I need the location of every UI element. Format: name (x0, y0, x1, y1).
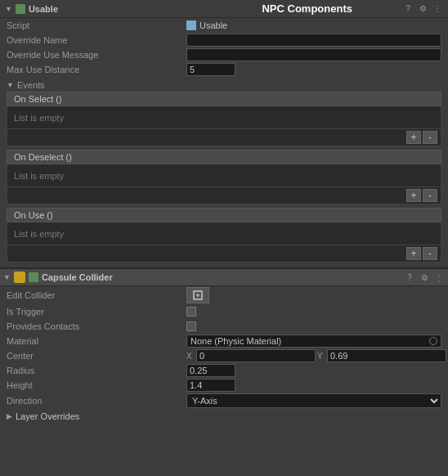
center-xyz-group: X Y Z (186, 349, 448, 362)
override-use-message-label: Override Use Message (7, 50, 186, 60)
y-label: Y (317, 352, 325, 361)
override-name-row: Override Name (0, 33, 448, 47)
on-select-group: On Select () List is empty + - (7, 92, 441, 146)
top-header: ▼ Usable NPC Components ? ⚙ ⋮ (0, 0, 448, 18)
collider-icon (14, 272, 25, 283)
script-icon (186, 20, 196, 30)
on-use-controls: + - (7, 245, 441, 263)
settings-icon[interactable]: ⚙ (417, 3, 428, 15)
collider-header-icons: ? ⚙ ⋮ (404, 272, 445, 283)
material-row: Material None (Physic Material) (0, 334, 448, 348)
on-deselect-controls: + - (7, 187, 441, 204)
usable-toggle-arrow[interactable]: ▼ (5, 5, 12, 13)
on-use-header: On Use () (7, 208, 441, 222)
center-row: Center X Y Z (0, 348, 448, 363)
on-select-controls: + - (7, 129, 441, 146)
script-value-text: Usable (199, 20, 227, 30)
on-deselect-empty: List is empty (7, 164, 441, 187)
height-label: Height (7, 380, 186, 390)
capsule-collider-section: ▼ Capsule Collider ? ⚙ ⋮ Edit Collider I… (0, 268, 448, 424)
on-select-minus-btn[interactable]: - (423, 131, 437, 144)
on-use-minus-btn[interactable]: - (423, 247, 437, 260)
override-use-message-row: Override Use Message (0, 47, 448, 62)
usable-section: Script Usable Override Name Override Use… (0, 18, 448, 268)
layer-overrides-label: Layer Overrides (16, 411, 79, 421)
direction-label: Direction (7, 396, 186, 406)
is-trigger-label: Is Trigger (7, 307, 186, 317)
is-trigger-checkbox[interactable] (186, 307, 196, 317)
on-deselect-group: On Deselect () List is empty + - (7, 150, 441, 204)
material-circle-icon (429, 337, 437, 345)
x-label: X (186, 352, 195, 361)
events-label: ▼ Events (7, 79, 441, 92)
height-row: Height (0, 378, 448, 393)
radius-row: Radius (0, 363, 448, 378)
page-title: NPC Components (215, 2, 399, 15)
collider-help-icon[interactable]: ? (404, 272, 415, 283)
is-trigger-row: Is Trigger (0, 304, 448, 319)
height-input[interactable] (186, 379, 235, 392)
provides-contacts-row: Provides Contacts (0, 319, 448, 334)
script-label: Script (7, 20, 186, 30)
collider-checkbox[interactable] (29, 272, 38, 282)
material-value: None (Physic Material) (186, 335, 441, 348)
center-label: Center (7, 351, 186, 361)
script-value: Usable (186, 20, 441, 30)
center-y-input[interactable] (327, 349, 446, 362)
script-row: Script Usable (0, 18, 448, 33)
usable-checkbox[interactable] (16, 4, 25, 14)
header-icon-group: ? ⚙ ⋮ (402, 3, 443, 15)
collider-title: Capsule Collider (42, 272, 401, 282)
on-deselect-header: On Deselect () (7, 150, 441, 164)
on-use-plus-btn[interactable]: + (406, 247, 421, 260)
layer-overrides-row: ▶ Layer Overrides (0, 409, 448, 424)
max-use-distance-row: Max Use Distance (0, 62, 448, 77)
menu-icon[interactable]: ⋮ (432, 3, 443, 15)
on-select-header: On Select () (7, 92, 441, 106)
material-text: None (Physic Material) (190, 336, 281, 346)
capsule-collider-header: ▼ Capsule Collider ? ⚙ ⋮ (0, 268, 448, 286)
edit-collider-icon (192, 290, 204, 301)
edit-collider-row: Edit Collider (0, 286, 448, 304)
on-deselect-minus-btn[interactable]: - (423, 189, 437, 202)
max-use-distance-label: Max Use Distance (7, 65, 186, 74)
on-deselect-plus-btn[interactable]: + (406, 189, 421, 202)
material-label: Material (7, 336, 186, 346)
radius-label: Radius (7, 366, 186, 375)
on-select-plus-btn[interactable]: + (406, 131, 421, 144)
events-label-text: Events (17, 80, 45, 90)
max-use-distance-input[interactable] (186, 63, 235, 76)
collider-settings-icon[interactable]: ⚙ (419, 272, 430, 283)
on-use-empty: List is empty (7, 222, 441, 245)
override-name-input[interactable] (186, 34, 441, 47)
collider-toggle-arrow[interactable]: ▼ (3, 273, 11, 281)
override-name-label: Override Name (7, 35, 186, 45)
usable-title: Usable (29, 4, 213, 14)
on-select-empty: List is empty (7, 106, 441, 129)
direction-row: Direction Y-Axis X-Axis Z-Axis (0, 393, 448, 409)
provides-contacts-label: Provides Contacts (7, 321, 186, 331)
provides-contacts-checkbox[interactable] (186, 321, 196, 331)
events-toggle[interactable]: ▼ (7, 81, 14, 89)
events-section: ▼ Events On Select () List is empty + - … (0, 77, 448, 267)
edit-collider-label: Edit Collider (7, 290, 186, 300)
layer-overrides-toggle[interactable]: ▶ (7, 412, 12, 420)
radius-input[interactable] (186, 364, 235, 377)
override-use-message-input[interactable] (186, 48, 441, 61)
edit-collider-btn[interactable] (186, 287, 209, 303)
on-use-group: On Use () List is empty + - (7, 208, 441, 263)
center-x-input[interactable] (196, 349, 316, 362)
help-icon[interactable]: ? (402, 3, 414, 15)
direction-select[interactable]: Y-Axis X-Axis Z-Axis (186, 393, 441, 408)
collider-menu-icon[interactable]: ⋮ (433, 272, 445, 283)
